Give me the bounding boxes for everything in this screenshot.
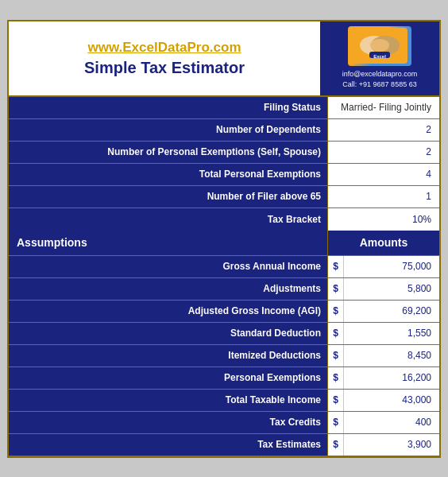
basic-row: Tax Bracket10% (9, 208, 439, 231)
main-container: www.ExcelDataPro.com Simple Tax Estimato… (7, 20, 441, 458)
row-label: Number of Filer above 65 (9, 186, 328, 207)
amount-row-label: Tax Credits (9, 412, 328, 433)
contact-email: info@exceldatapro.com (342, 69, 418, 80)
dollar-sign: $ (328, 278, 344, 300)
basic-row: Filing StatusMarried- Filing Jointly (9, 97, 439, 119)
amount-row: Gross Annual Income$75,000 (9, 256, 439, 278)
amount-row-label: Adjustments (9, 278, 328, 300)
row-label: Number of Dependents (9, 119, 328, 141)
amount-row: Personal Exemptions$16,200 (9, 367, 439, 390)
dollar-sign: $ (328, 256, 344, 277)
row-value: 4 (328, 164, 439, 185)
amount-value: 43,000 (344, 390, 439, 411)
header: www.ExcelDataPro.com Simple Tax Estimato… (9, 21, 439, 97)
svg-text:Excel: Excel (373, 54, 386, 59)
dollar-sign: $ (328, 434, 344, 456)
amount-row-label: Itemized Deductions (9, 345, 328, 366)
section-header: Assumptions Amounts (9, 231, 439, 256)
amount-row: Total Taxable Income$43,000 (9, 390, 439, 412)
row-value: 2 (328, 142, 439, 163)
dollar-sign: $ (328, 390, 344, 411)
amount-row-label: Personal Exemptions (9, 367, 328, 389)
row-value: 10% (328, 208, 439, 231)
header-right: Excel info@exceldatapro.com Call: +91 96… (320, 21, 439, 95)
amount-value: 8,450 (344, 345, 439, 366)
amount-value: 16,200 (344, 367, 439, 389)
row-value: 2 (328, 119, 439, 141)
svg-point-3 (370, 39, 389, 52)
amount-row-label: Tax Estimates (9, 434, 328, 456)
amount-row: Tax Credits$400 (9, 412, 439, 434)
header-left: www.ExcelDataPro.com Simple Tax Estimato… (9, 21, 320, 95)
dollar-sign: $ (328, 367, 344, 389)
amount-row: Tax Estimates$3,900 (9, 434, 439, 456)
amount-row-label: Total Taxable Income (9, 390, 328, 411)
amount-value: 5,800 (344, 278, 439, 300)
amount-row: Adjusted Gross Income (AGI)$69,200 (9, 301, 439, 323)
app-title: Simple Tax Estimator (84, 59, 245, 77)
amount-row: Standard Deduction$1,550 (9, 323, 439, 345)
section-label-assumptions: Assumptions (9, 231, 328, 255)
basic-row: Number of Filer above 651 (9, 186, 439, 208)
row-label: Filing Status (9, 97, 328, 118)
logo: Excel (348, 26, 411, 66)
amount-row-label: Gross Annual Income (9, 256, 328, 277)
basic-info-section: Filing StatusMarried- Filing JointlyNumb… (9, 97, 439, 231)
website-url[interactable]: www.ExcelDataPro.com (87, 40, 241, 56)
basic-row: Total Personal Exemptions4 (9, 164, 439, 186)
dollar-sign: $ (328, 323, 344, 344)
row-label: Tax Bracket (9, 208, 328, 231)
amount-row: Itemized Deductions$8,450 (9, 345, 439, 367)
amount-value: 1,550 (344, 323, 439, 344)
amount-row: Adjustments$5,800 (9, 278, 439, 301)
section-label-amounts: Amounts (328, 231, 439, 255)
row-label: Total Personal Exemptions (9, 164, 328, 185)
basic-row: Number of Dependents2 (9, 119, 439, 142)
basic-row: Number of Personal Exemptions (Self, Spo… (9, 142, 439, 164)
row-value: 1 (328, 186, 439, 207)
amount-value: 75,000 (344, 256, 439, 277)
amount-value: 3,900 (344, 434, 439, 456)
dollar-sign: $ (328, 345, 344, 366)
amount-row-label: Adjusted Gross Income (AGI) (9, 301, 328, 322)
amount-value: 69,200 (344, 301, 439, 322)
amount-value: 400 (344, 412, 439, 433)
dollar-sign: $ (328, 301, 344, 322)
row-label: Number of Personal Exemptions (Self, Spo… (9, 142, 328, 163)
amounts-section: Gross Annual Income$75,000Adjustments$5,… (9, 256, 439, 456)
row-value: Married- Filing Jointly (328, 97, 439, 118)
amount-row-label: Standard Deduction (9, 323, 328, 344)
contact-info: info@exceldatapro.com Call: +91 9687 858… (342, 69, 418, 91)
contact-phone: Call: +91 9687 8585 63 (342, 80, 418, 91)
dollar-sign: $ (328, 412, 344, 433)
